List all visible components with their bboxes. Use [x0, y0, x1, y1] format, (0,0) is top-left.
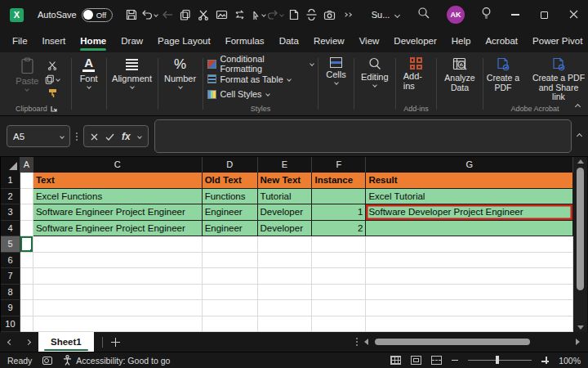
cell-D10[interactable] [203, 316, 258, 333]
more-commands-icon[interactable] [339, 5, 356, 25]
font-button[interactable]: A Font [77, 56, 101, 89]
tab-home[interactable]: Home [73, 31, 114, 52]
zoom-level[interactable]: 100% [559, 356, 581, 366]
page-layout-view-icon[interactable] [411, 356, 421, 365]
row-header-6[interactable]: 6 [1, 253, 20, 269]
lightbulb-icon[interactable] [481, 7, 492, 23]
hscroll-right-icon[interactable] [576, 339, 580, 345]
number-button[interactable]: % Number [161, 56, 199, 89]
create-pdf-share-button[interactable]: Create a PDF and Share link [528, 56, 588, 103]
copy-small-button[interactable] [45, 72, 60, 86]
row-header-9[interactable]: 9 [1, 300, 20, 316]
cells-button[interactable]: Cells [323, 56, 349, 85]
select-all-button[interactable] [1, 157, 20, 173]
cell-D2[interactable]: Functions [203, 189, 258, 205]
minimize-icon[interactable] [511, 14, 519, 15]
row-header-5[interactable]: 5 [1, 236, 20, 253]
formula-bar-handle-icon[interactable] [76, 132, 78, 141]
cell-styles-button[interactable]: Cell Styles [207, 87, 270, 102]
enter-check-icon[interactable] [105, 129, 114, 144]
accessibility-status[interactable]: Accessibility: Good to go [63, 355, 170, 366]
cell-G3-result-highlighted[interactable]: Software Developer Project Engineer [366, 204, 573, 221]
cell-F6[interactable] [312, 253, 366, 269]
conditional-formatting-button[interactable]: Conditional Formatting [207, 56, 314, 72]
cell-F9[interactable] [312, 300, 366, 316]
cell-E6[interactable] [258, 253, 313, 269]
cell-C2[interactable]: Excel Functions [33, 189, 203, 205]
cell-A2[interactable] [20, 189, 33, 205]
tab-view[interactable]: View [352, 31, 387, 52]
next-sheet-icon[interactable] [25, 339, 31, 344]
search-icon[interactable] [417, 7, 430, 23]
cell-F7[interactable] [312, 268, 366, 285]
camera-button[interactable] [321, 5, 338, 25]
cell-E4[interactable]: Developer [258, 221, 313, 237]
new-file-button[interactable] [285, 5, 302, 25]
prev-sheet-icon[interactable] [7, 339, 13, 344]
zoom-slider-thumb[interactable] [496, 356, 499, 364]
cell-D8[interactable] [203, 285, 258, 301]
column-header-d[interactable]: D [203, 157, 258, 173]
cell-D1[interactable]: Old Text [203, 173, 258, 189]
cell-C7[interactable] [33, 268, 203, 285]
cell-A8[interactable] [20, 285, 33, 301]
scroll-up-icon[interactable] [577, 159, 584, 164]
cell-G4[interactable] [366, 221, 573, 237]
column-header-g[interactable]: G [366, 157, 573, 173]
cell-A3[interactable] [20, 204, 33, 221]
addins-button[interactable]: Add-ins [400, 56, 432, 92]
cell-G7[interactable] [366, 268, 573, 285]
hscroll-left-icon[interactable] [364, 339, 368, 345]
tab-formulas[interactable]: Formulas [218, 31, 272, 52]
row-header-4[interactable]: 4 [1, 221, 20, 237]
column-header-e[interactable]: E [258, 157, 313, 173]
cell-A4[interactable] [20, 221, 33, 237]
column-header-f[interactable]: F [312, 157, 366, 173]
cell-F2[interactable] [312, 189, 366, 205]
insert-function-icon[interactable]: fx [122, 131, 131, 142]
cell-C6[interactable] [33, 253, 203, 269]
tab-power-pivot[interactable]: Power Pivot [525, 31, 588, 52]
sheetbar-options-icon[interactable] [356, 338, 358, 346]
row-header-3[interactable]: 3 [1, 204, 20, 221]
alignment-button[interactable]: Alignment [109, 56, 155, 89]
cell-C5[interactable] [33, 236, 203, 253]
column-header-a[interactable]: A [20, 157, 33, 173]
cell-E3[interactable]: Developer [258, 204, 313, 221]
scroll-down-icon[interactable] [577, 325, 584, 330]
tab-developer[interactable]: Developer [386, 31, 443, 52]
cell-D7[interactable] [203, 268, 258, 285]
new-sheet-icon[interactable] [111, 338, 120, 347]
cell-E8[interactable] [258, 285, 313, 301]
cell-A9[interactable] [20, 300, 33, 316]
cell-D3[interactable]: Engineer [203, 204, 258, 221]
column-header-c[interactable]: C [33, 157, 203, 173]
maximize-icon[interactable] [541, 11, 548, 19]
normal-view-icon[interactable] [390, 356, 401, 365]
row-header-8[interactable]: 8 [1, 285, 20, 301]
cell-A5-active[interactable] [20, 236, 33, 253]
page-break-view-icon[interactable] [431, 356, 442, 365]
save-button[interactable] [123, 5, 140, 25]
autosave-control[interactable]: AutoSave Off [38, 8, 113, 22]
cell-A6[interactable] [20, 253, 33, 269]
autosave-toggle[interactable]: Off [82, 8, 113, 22]
analyze-data-button[interactable]: Analyze Data [437, 56, 483, 93]
zoom-out-icon[interactable] [452, 360, 458, 361]
tab-insert[interactable]: Insert [35, 31, 74, 52]
row-header-7[interactable]: 7 [1, 268, 20, 285]
cell-C9[interactable] [33, 300, 203, 316]
zoom-in-icon[interactable] [541, 357, 549, 364]
tab-draw[interactable]: Draw [114, 31, 150, 52]
sheet-tab-sheet1[interactable]: Sheet1 [38, 332, 94, 352]
row-header-1[interactable]: 1 [1, 173, 20, 189]
tab-acrobat[interactable]: Acrobat [478, 31, 525, 52]
tab-page-layout[interactable]: Page Layout [150, 31, 218, 52]
row-header-2[interactable]: 2 [1, 189, 20, 205]
cell-E7[interactable] [258, 268, 313, 285]
vertical-scroll-thumb[interactable] [577, 168, 584, 290]
cancel-icon[interactable] [91, 129, 98, 144]
cell-C3[interactable]: Software Engineer Project Engineer [33, 204, 203, 221]
cell-E2[interactable]: Tutorial [258, 189, 313, 205]
create-pdf-button[interactable]: Create a PDF [481, 56, 525, 103]
